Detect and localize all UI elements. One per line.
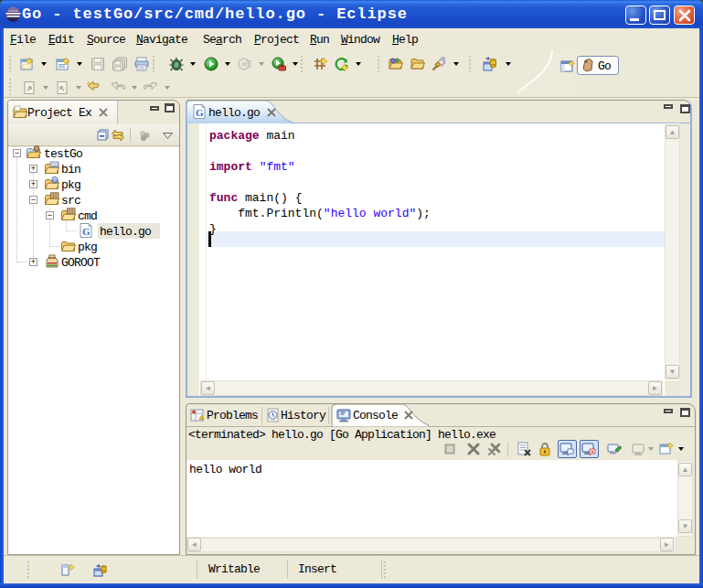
svg-text:G: G — [196, 107, 204, 118]
svg-text:010: 010 — [51, 162, 59, 167]
svg-text:G: G — [82, 226, 91, 237]
